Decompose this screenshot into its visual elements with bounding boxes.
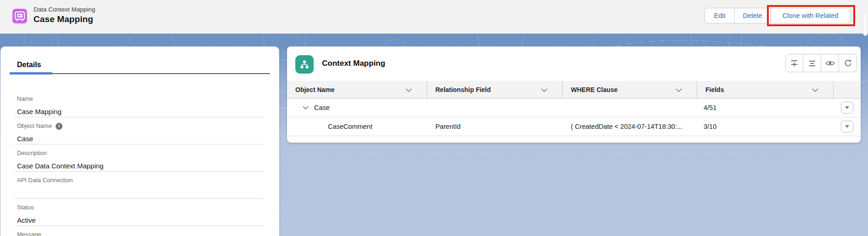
- field-label: Status: [17, 204, 34, 211]
- chevron-down-icon[interactable]: [541, 86, 547, 93]
- cell-object-name: Case: [314, 104, 330, 111]
- column-header-actions: [834, 81, 861, 98]
- column-header-where-clause[interactable]: WHERE Clause: [563, 81, 697, 98]
- row-actions-menu-button[interactable]: [841, 102, 853, 114]
- chevron-down-icon[interactable]: [812, 86, 818, 93]
- expand-all-button[interactable]: [785, 54, 803, 72]
- field-object-name: Object Name i Case: [14, 117, 264, 144]
- refresh-button[interactable]: [839, 54, 857, 72]
- preview-button[interactable]: [821, 54, 839, 72]
- context-mapping-card: Context Mapping: [287, 46, 861, 143]
- column-header-relationship-field[interactable]: Relationship Field: [427, 81, 563, 98]
- scrollbar-thumb[interactable]: [863, 13, 868, 36]
- active-tab-indicator: [10, 72, 52, 75]
- data-context-mapping-object-icon: [12, 9, 27, 23]
- chevron-down-icon[interactable]: [676, 86, 682, 93]
- column-header-object-name[interactable]: Object Name: [287, 81, 427, 98]
- details-panel: Details Name Case Mapping Object Name i …: [0, 46, 279, 236]
- eye-icon: [825, 60, 835, 67]
- field-label: Message: [17, 231, 41, 236]
- field-value: Case: [14, 134, 264, 144]
- field-value: Active: [14, 216, 264, 225]
- entity-label: Data Context Mapping: [34, 6, 95, 13]
- record-action-buttons: Edit Delete Clone with Related: [705, 8, 851, 23]
- table-row-case: Case 4/51: [287, 98, 861, 117]
- details-tabs: Details: [0, 46, 279, 74]
- context-mapping-icon: [295, 55, 314, 74]
- cell-object-name: CaseComment: [328, 123, 372, 130]
- field-message: Message: [14, 226, 264, 236]
- hierarchy-icon: [299, 59, 310, 70]
- column-header-fields[interactable]: Fields: [697, 81, 834, 98]
- info-icon[interactable]: i: [56, 123, 62, 130]
- refresh-icon: [844, 59, 852, 68]
- card-title: Context Mapping: [322, 59, 385, 68]
- card-header: Context Mapping: [287, 46, 861, 81]
- collapse-all-icon: [808, 59, 817, 68]
- clone-with-related-button[interactable]: Clone with Related: [771, 8, 851, 23]
- edit-button[interactable]: Edit: [705, 8, 735, 23]
- collapse-all-button[interactable]: [803, 54, 821, 72]
- delete-button[interactable]: Delete: [735, 8, 771, 23]
- tab-details[interactable]: Details: [17, 61, 41, 69]
- table-row-casecomment: CaseComment ParentId ( CreatedDate < 202…: [287, 117, 861, 136]
- vault-icon: [12, 9, 27, 23]
- vertical-scrollbar[interactable]: [862, 0, 868, 236]
- expand-all-icon: [790, 59, 799, 68]
- cell-relationship-field: ParentId: [427, 123, 563, 130]
- field-label: Description: [17, 150, 47, 157]
- row-actions-menu-button[interactable]: [841, 121, 853, 132]
- cell-fields: 3/10: [697, 123, 834, 130]
- field-value: Case Mapping: [14, 107, 264, 116]
- field-value: Case Data Context Mapping: [14, 161, 264, 171]
- field-description: Description Case Data Context Mapping: [14, 144, 264, 172]
- collapse-row-chevron-icon[interactable]: [303, 106, 309, 109]
- table-header-row: Object Name Relationship Field WHERE Cla…: [287, 81, 861, 98]
- cell-where-clause: ( CreatedDate < 2024-07-14T18:30:...: [563, 123, 697, 130]
- card-toolbar: [785, 54, 857, 72]
- record-fields: Name Case Mapping Object Name i Case Des…: [14, 90, 264, 236]
- field-status: Status Active: [14, 199, 264, 226]
- chevron-down-icon[interactable]: [406, 86, 412, 93]
- down-triangle-icon: [845, 125, 849, 128]
- cell-fields: 4/51: [697, 104, 834, 111]
- field-label: Object Name: [17, 122, 52, 130]
- down-triangle-icon: [845, 106, 849, 109]
- field-api-data-connection: API Data Connection: [14, 172, 264, 199]
- field-label: API Data Connection: [17, 177, 73, 184]
- field-name: Name Case Mapping: [14, 90, 264, 117]
- page-header: Data Context Mapping Case Mapping Edit D…: [0, 0, 868, 34]
- record-title: Case Mapping: [34, 13, 95, 25]
- field-label: Name: [17, 95, 33, 103]
